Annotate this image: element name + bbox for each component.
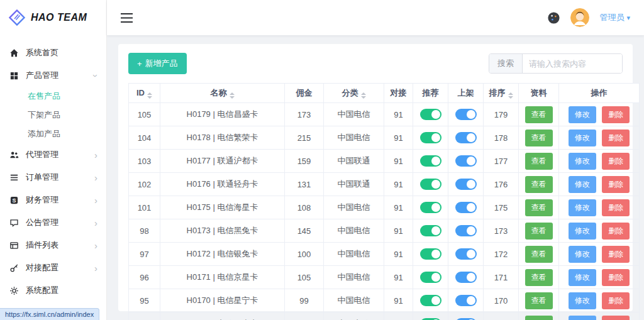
delete-button[interactable]: 删除	[602, 292, 630, 309]
view-button[interactable]: 查看	[525, 316, 553, 320]
sidebar-item-dock-config[interactable]: 对接配置 ›	[0, 257, 106, 279]
listed-toggle[interactable]	[455, 179, 477, 190]
add-product-button[interactable]: + 新增产品	[128, 53, 187, 74]
sidebar-item-label: 公告管理	[26, 217, 88, 228]
recommend-toggle[interactable]	[420, 295, 441, 306]
listed-toggle[interactable]	[455, 272, 477, 283]
view-button[interactable]: 查看	[525, 246, 553, 263]
sidebar-item-offsale-products[interactable]: 下架产品	[0, 106, 106, 124]
view-button[interactable]: 查看	[525, 176, 553, 193]
sidebar-item-plugins[interactable]: 插件列表 ›	[0, 234, 106, 257]
table-row: 103 H0177 | 联通沪都卡 159 中国联通 91 177 查看 修改 …	[129, 150, 640, 173]
listed-toggle[interactable]	[455, 132, 477, 143]
table-row: 97 H0172 | 电信银兔卡 100 中国电信 91 172 查看 修改 删…	[129, 243, 640, 266]
cell-id: 102	[129, 173, 160, 196]
sidebar-item-system-config[interactable]: 系统配置	[0, 279, 106, 302]
delete-button[interactable]: 删除	[602, 130, 630, 146]
sidebar-item-finance[interactable]: S 财务管理 ›	[0, 189, 106, 211]
sidebar-item-products[interactable]: 产品管理 ›	[0, 64, 106, 87]
cell-listed	[448, 243, 484, 266]
sidebar-item-orders[interactable]: 订单管理 ›	[0, 166, 106, 189]
search-input[interactable]	[523, 54, 622, 73]
delete-button[interactable]: 删除	[602, 223, 630, 240]
col-header-name[interactable]: 名称	[160, 84, 285, 103]
avatar[interactable]	[570, 8, 589, 27]
cell-id: 101	[129, 196, 160, 219]
recommend-toggle[interactable]	[420, 109, 441, 120]
delete-button[interactable]: 删除	[602, 199, 630, 216]
content: + 新增产品 搜索 ID	[107, 35, 644, 320]
edit-button[interactable]: 修改	[569, 176, 596, 193]
view-button[interactable]: 查看	[525, 223, 553, 240]
sidebar-item-announcements[interactable]: 公告管理 ›	[0, 211, 106, 234]
topbar: 管理员 ▾	[107, 0, 644, 35]
view-button[interactable]: 查看	[525, 269, 553, 286]
app-window: HAO TEAM 系统首页 产品管理 › 在售产品	[0, 0, 644, 320]
edit-button[interactable]: 修改	[569, 223, 596, 240]
table-row: 104 H0178 | 电信繁荣卡 215 中国电信 91 178 查看 修改 …	[129, 126, 640, 150]
edit-button[interactable]: 修改	[569, 153, 596, 170]
cell-listed	[448, 289, 484, 312]
edit-button[interactable]: 修改	[569, 199, 596, 216]
sidebar-item-add-product[interactable]: 添加产品	[0, 124, 106, 143]
home-icon	[9, 48, 19, 58]
cell-order: 176	[484, 173, 519, 196]
col-header-order[interactable]: 排序	[484, 84, 519, 103]
cell-actions: 修改 删除	[559, 219, 640, 243]
view-button[interactable]: 查看	[525, 199, 553, 216]
brand[interactable]: HAO TEAM	[0, 0, 106, 35]
cell-id: 97	[129, 243, 160, 266]
listed-toggle[interactable]	[455, 225, 477, 236]
users-icon	[9, 150, 19, 160]
delete-button[interactable]: 删除	[602, 246, 630, 263]
sidebar-item-agents[interactable]: 代理管理 ›	[0, 143, 106, 166]
edit-button[interactable]: 修改	[569, 246, 596, 263]
sidebar-item-home[interactable]: 系统首页	[0, 41, 106, 64]
delete-button[interactable]: 删除	[602, 269, 630, 286]
recommend-toggle[interactable]	[420, 155, 441, 167]
recommend-toggle[interactable]	[420, 132, 441, 143]
delete-button[interactable]: 删除	[602, 106, 630, 123]
cell-dock: 91	[384, 103, 413, 126]
sort-icon[interactable]	[361, 92, 366, 99]
edit-button[interactable]: 修改	[569, 106, 596, 123]
delete-button[interactable]: 删除	[602, 176, 630, 193]
listed-toggle[interactable]	[455, 202, 477, 213]
cell-name: H0176 | 联通轻舟卡	[160, 173, 285, 196]
delete-button[interactable]: 删除	[602, 153, 630, 170]
cell-id: 95	[129, 289, 160, 312]
hamburger-icon[interactable]	[121, 13, 133, 23]
sort-icon[interactable]	[230, 92, 235, 99]
col-header-id[interactable]: ID	[129, 84, 160, 103]
listed-toggle[interactable]	[455, 248, 477, 260]
cell-commission: 100	[285, 243, 324, 266]
recommend-toggle[interactable]	[420, 272, 441, 283]
delete-button[interactable]: 删除	[602, 316, 630, 320]
edit-button[interactable]: 修改	[569, 292, 596, 309]
recommend-toggle[interactable]	[420, 248, 441, 260]
palette-icon[interactable]	[547, 11, 560, 25]
svg-text:S: S	[13, 197, 16, 203]
user-menu[interactable]: 管理员 ▾	[599, 12, 630, 23]
listed-toggle[interactable]	[455, 109, 477, 120]
recommend-toggle[interactable]	[420, 179, 441, 190]
edit-button[interactable]: 修改	[569, 316, 596, 320]
recommend-toggle[interactable]	[420, 202, 441, 213]
view-button[interactable]: 查看	[525, 153, 553, 170]
col-header-category[interactable]: 分类	[324, 84, 384, 103]
listed-toggle[interactable]	[455, 155, 477, 167]
cell-recommend	[413, 196, 448, 219]
edit-button[interactable]: 修改	[569, 130, 596, 146]
col-header-actions: 操作	[559, 84, 640, 103]
recommend-toggle[interactable]	[420, 225, 441, 236]
sort-icon[interactable]	[508, 92, 513, 99]
listed-toggle[interactable]	[455, 295, 477, 306]
sidebar-item-onsale-products[interactable]: 在售产品	[0, 87, 106, 106]
cell-category: 中国电信	[324, 243, 384, 266]
view-button[interactable]: 查看	[525, 130, 553, 146]
sort-icon[interactable]	[147, 92, 152, 99]
view-button[interactable]: 查看	[525, 292, 553, 309]
cell-listed	[448, 126, 484, 150]
view-button[interactable]: 查看	[525, 106, 553, 123]
edit-button[interactable]: 修改	[569, 269, 596, 286]
